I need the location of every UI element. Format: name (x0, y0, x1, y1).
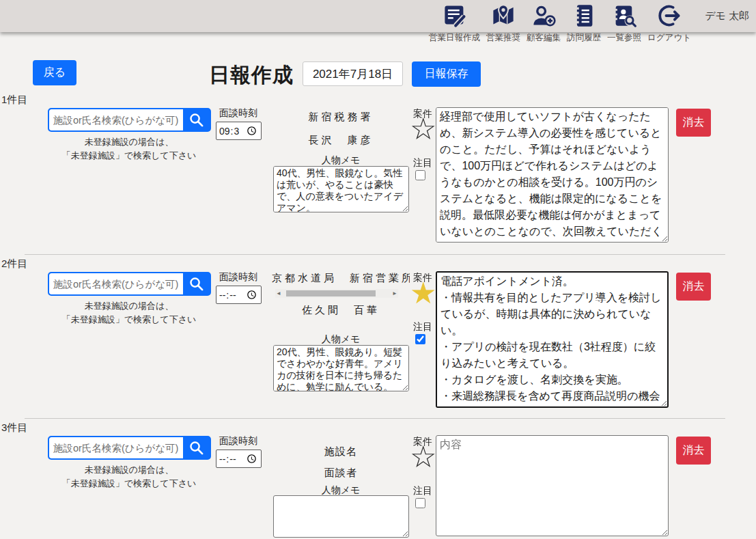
user-name: デモ 太郎 (705, 10, 749, 23)
person-name: 長沢 康彦 (272, 134, 410, 147)
nav-item-sales-recommend[interactable]: 営業推奨 (486, 3, 520, 44)
contact-search-icon (612, 3, 636, 28)
person-memo-textarea[interactable]: 20代、男性、眼鏡あり。短髪でさわやかな好青年。アメリカの技術を日本に持ち帰るた… (273, 345, 409, 391)
search-icon (188, 439, 206, 457)
interview-time-label: 面談時刻 (219, 271, 257, 284)
search-button[interactable] (183, 437, 210, 458)
nav-item-customer-edit[interactable]: 顧客編集 (527, 3, 561, 44)
scroll-right-arrow-icon[interactable]: ► (391, 289, 398, 298)
search-helper-text: 「未登録施設」で検索して下さい (33, 149, 225, 163)
facility-search-input[interactable] (49, 109, 183, 130)
scroll-left-arrow-icon[interactable]: ◄ (275, 289, 282, 298)
nav-label: 訪問履歴 (567, 32, 601, 44)
back-button[interactable]: 戻る (33, 60, 76, 85)
search-helper-text: 「未登録施設」で検索して下さい (33, 313, 225, 327)
attention-label: 注目 (413, 321, 432, 333)
case-star-icon[interactable]: ★ (410, 277, 436, 309)
attention-checkbox[interactable] (415, 498, 425, 508)
nav-item-sales-report-create[interactable]: 営業日報作成 (429, 3, 480, 44)
person-memo-label: 人物メモ (272, 154, 410, 167)
report-content-textarea[interactable]: 経理部で使用していソフトが古くなったため、新システム導入の必要性を感じているとの… (436, 107, 669, 243)
case-star-icon[interactable]: ☆ (410, 441, 436, 473)
logout-icon (657, 3, 682, 28)
facility-search-group (48, 108, 211, 132)
search-helper-text: 未登録施設の場合は、 (33, 299, 225, 313)
page-title: 日報作成 (209, 61, 294, 89)
search-button[interactable] (183, 109, 210, 130)
delete-entry-button[interactable]: 消去 (676, 109, 711, 137)
case-star-icon[interactable]: ☆ (410, 113, 436, 146)
attention-checkbox[interactable] (415, 170, 425, 180)
interview-time-label: 面談時刻 (219, 107, 257, 120)
facility-name-scrollbar[interactable]: ◄ ► (275, 289, 398, 298)
attention-label: 注目 (413, 157, 432, 169)
person-name-placeholder: 面談者 (272, 467, 410, 480)
entry-number-label: 3件目 (1, 421, 27, 434)
search-icon (188, 111, 206, 129)
facility-search-input[interactable] (49, 273, 183, 294)
facility-search-group (48, 436, 211, 460)
interview-time-input[interactable] (216, 122, 262, 140)
report-content-textarea[interactable] (436, 435, 669, 536)
nav-label: 顧客編集 (527, 32, 561, 44)
person-name: 佐久間 百華 (272, 304, 410, 317)
report-entry-1: 1件目 未登録施設の場合は、 「未登録施設」で検索して下さい 面談時刻 新宿税務… (0, 94, 756, 254)
nav-label: 営業推奨 (486, 32, 520, 44)
report-create-icon (443, 3, 467, 28)
report-date-input[interactable] (303, 61, 403, 86)
section-divider (25, 418, 725, 419)
delete-entry-button[interactable]: 消去 (676, 437, 711, 465)
entry-number-label: 1件目 (1, 94, 27, 107)
search-helper-text: 「未登録施設」で検索して下さい (33, 477, 225, 490)
entry-number-label: 2件目 (1, 258, 27, 271)
person-memo-textarea[interactable] (273, 495, 409, 538)
nav-label: 営業日報作成 (429, 32, 480, 44)
search-icon (188, 275, 206, 293)
daily-report-page: 営業日報作成 営業推奨 顧客編集 (0, 0, 756, 539)
nav-menu: 営業日報作成 営業推奨 顧客編集 (429, 3, 691, 44)
interview-time-input[interactable] (216, 450, 262, 468)
save-report-button[interactable]: 日報保存 (412, 61, 481, 87)
search-helper-text: 未登録施設の場合は、 (33, 135, 225, 149)
report-content-textarea[interactable]: 電話アポイントメント済。 ・情報共有を目的としたアプリ導入を検討しているが、時期… (436, 271, 669, 408)
nav-item-logout[interactable]: ログアウト (647, 3, 691, 44)
report-entry-2: 2件目 未登録施設の場合は、 「未登録施設」で検索して下さい 面談時刻 京都水道… (0, 258, 756, 418)
nav-label: 一覧参照 (607, 32, 641, 44)
nav-item-visit-history[interactable]: 訪問履歴 (567, 3, 601, 44)
interview-time-input[interactable] (216, 286, 262, 304)
facility-name-placeholder: 施設名 (272, 445, 410, 458)
person-memo-textarea[interactable]: 40代、男性、眼鏡なし。気性は荒いが、やることは豪快で、人の意表をついたアイデア… (273, 166, 409, 212)
person-memo-label: 人物メモ (272, 333, 410, 346)
map-pin-icon (491, 3, 516, 28)
top-navigation-bar: 営業日報作成 営業推奨 顧客編集 (0, 0, 756, 32)
nav-label: ログアウト (647, 32, 691, 44)
report-entry-3: 3件目 未登録施設の場合は、 「未登録施設」で検索して下さい 面談時刻 施設名 … (0, 421, 756, 539)
facility-search-group (48, 272, 211, 296)
search-button[interactable] (183, 273, 210, 294)
search-helper-text: 未登録施設の場合は、 (33, 463, 225, 477)
attention-checkbox[interactable] (415, 334, 425, 344)
facility-name: 新宿税務署 (272, 111, 410, 124)
person-add-icon (531, 3, 556, 28)
section-divider (25, 254, 725, 255)
attention-label: 注目 (413, 485, 432, 497)
nav-item-list-reference[interactable]: 一覧参照 (607, 3, 641, 44)
scrollbar-track[interactable] (282, 290, 391, 297)
interview-time-label: 面談時刻 (219, 435, 257, 447)
delete-entry-button[interactable]: 消去 (676, 273, 711, 301)
scrollbar-thumb[interactable] (286, 290, 376, 296)
facility-search-input[interactable] (49, 437, 183, 458)
facility-name: 京都水道局 新宿営業所 (272, 272, 410, 285)
notebook-icon (572, 3, 596, 28)
